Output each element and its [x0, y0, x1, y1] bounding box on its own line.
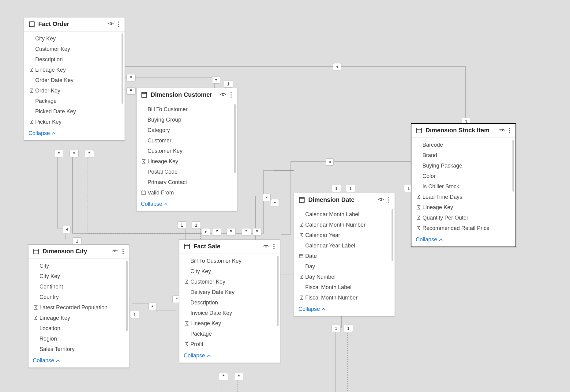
visibility-icon[interactable]	[377, 198, 384, 202]
field-row[interactable]: Continent	[28, 281, 129, 292]
more-options-icon[interactable]	[230, 92, 233, 98]
field-row[interactable]: Barcode	[411, 140, 516, 150]
field-row[interactable]: Lineage Key	[28, 313, 129, 323]
more-options-icon[interactable]	[508, 127, 511, 134]
field-row[interactable]: Package	[24, 96, 125, 106]
collapse-button[interactable]: Collapse	[33, 357, 60, 364]
table-header[interactable]: Dimension City	[28, 245, 129, 259]
table-header[interactable]: Fact Order	[24, 17, 125, 32]
field-row[interactable]: Sales Territory	[28, 344, 129, 354]
table-header[interactable]: Dimension Date	[294, 193, 395, 207]
field-row[interactable]: Color	[411, 171, 516, 181]
visibility-icon[interactable]	[498, 128, 505, 133]
field-row[interactable]: Latest Recorded Population	[28, 302, 129, 313]
svg-point-43	[273, 248, 275, 249]
field-row[interactable]: Order Date Key	[24, 75, 125, 85]
field-row[interactable]: Valid From	[137, 187, 237, 198]
field-row[interactable]: Buying Package	[411, 160, 516, 171]
field-row[interactable]: Buying Group	[137, 115, 237, 125]
field-row[interactable]: City Key	[24, 33, 125, 44]
field-row[interactable]: Calendar Month Label	[294, 209, 395, 220]
visibility-icon[interactable]	[107, 22, 114, 27]
sum-icon	[140, 159, 148, 164]
field-name: Calendar Month Label	[305, 211, 359, 218]
field-row[interactable]: Fiscal Month Number	[294, 292, 395, 303]
filter-direction-icon	[271, 199, 279, 206]
filter-direction-icon	[148, 303, 156, 310]
field-row[interactable]: Invoice Date Key	[179, 308, 280, 318]
field-row[interactable]: Bill To Customer	[137, 104, 237, 115]
table-dimension-date[interactable]: Dimension Date Calendar Month LabelCalen…	[294, 193, 395, 316]
collapse-button[interactable]: Collapse	[141, 201, 168, 207]
field-row[interactable]: Order Key	[24, 85, 125, 96]
collapse-button[interactable]: Collapse	[28, 130, 55, 137]
field-row[interactable]: Bill To Customer Key	[179, 256, 280, 266]
field-row[interactable]: Customer Key	[24, 44, 125, 54]
more-options-icon[interactable]	[387, 197, 390, 203]
field-row[interactable]: Lineage Key	[411, 202, 516, 213]
collapse-button[interactable]: Collapse	[416, 236, 443, 243]
field-row[interactable]: Lineage Key	[179, 318, 280, 329]
table-header[interactable]: Fact Sale	[179, 240, 280, 254]
field-row[interactable]: Lead Time Days	[411, 192, 516, 202]
visibility-icon[interactable]	[112, 249, 118, 254]
field-name: Delivery Date Key	[190, 289, 234, 296]
field-row[interactable]: Picker Key	[24, 117, 125, 127]
table-dimension-city[interactable]: Dimension City CityCity KeyContinentCoun…	[28, 244, 129, 368]
field-row[interactable]: Calendar Year	[294, 230, 395, 240]
more-options-icon[interactable]	[122, 248, 125, 254]
field-row[interactable]: Customer Key	[179, 277, 280, 287]
field-name: Calendar Year	[305, 232, 340, 239]
field-row[interactable]: Profit	[179, 339, 280, 349]
table-dimension-stock-item[interactable]: Dimension Stock Item BarcodeBrandBuying …	[411, 123, 516, 247]
field-row[interactable]: City Key	[28, 271, 129, 281]
collapse-button[interactable]: Collapse	[298, 306, 325, 312]
field-row[interactable]: Primary Contact	[137, 177, 237, 187]
field-row[interactable]: Calendar Year Label	[294, 240, 395, 251]
field-row[interactable]: Recommended Retail Price	[411, 223, 516, 233]
field-row[interactable]: Is Chiller Stock	[411, 181, 516, 192]
table-header[interactable]: Dimension Stock Item	[411, 124, 516, 138]
field-row[interactable]: Day Number	[294, 272, 395, 282]
field-row[interactable]: Description	[24, 54, 125, 65]
field-row[interactable]: Country	[28, 292, 129, 302]
field-name: City	[39, 263, 49, 269]
table-dimension-customer[interactable]: Dimension Customer Bill To CustomerBuyin…	[136, 88, 237, 211]
field-row[interactable]: Description	[179, 297, 280, 308]
field-row[interactable]: Category	[137, 125, 237, 135]
sum-icon	[414, 215, 422, 220]
table-fact-sale[interactable]: Fact Sale Bill To Customer KeyCity KeyCu…	[179, 239, 280, 363]
field-row[interactable]: Package	[179, 329, 280, 339]
field-row[interactable]: Calendar Month Number	[294, 220, 395, 230]
table-fact-order[interactable]: Fact Order City KeyCustomer KeyDescripti…	[24, 17, 125, 141]
visibility-icon[interactable]	[263, 244, 269, 249]
field-row[interactable]: Postal Code	[137, 167, 237, 177]
field-row[interactable]: Date	[294, 251, 395, 261]
field-row[interactable]: Brand	[411, 150, 516, 160]
field-row[interactable]: Day	[294, 261, 395, 272]
table-header[interactable]: Dimension Customer	[137, 88, 237, 102]
field-row[interactable]: Location	[28, 323, 129, 334]
field-row[interactable]: Customer Key	[137, 146, 237, 156]
field-row[interactable]: City	[28, 261, 129, 271]
field-row[interactable]: Quantity Per Outer	[411, 213, 516, 223]
field-row[interactable]: Region	[28, 334, 129, 344]
field-row[interactable]: Lineage Key	[137, 156, 237, 167]
field-row[interactable]: Picked Date Key	[24, 106, 125, 117]
field-name: Lineage Key	[190, 320, 221, 327]
field-row[interactable]: Delivery Date Key	[179, 287, 280, 297]
svg-point-18	[501, 129, 503, 131]
cardinality-one: 1	[224, 80, 233, 88]
date-icon	[140, 190, 148, 195]
filter-direction-icon	[202, 228, 210, 236]
collapse-button[interactable]: Collapse	[184, 352, 211, 359]
more-options-icon[interactable]	[117, 21, 120, 27]
field-row[interactable]: Lineage Key	[24, 65, 125, 75]
table-title: Dimension Date	[308, 196, 377, 203]
more-options-icon[interactable]	[272, 243, 276, 250]
field-row[interactable]: Customer	[137, 135, 237, 146]
field-row[interactable]: City Key	[179, 266, 280, 277]
visibility-icon[interactable]	[220, 92, 227, 97]
field-row[interactable]: Fiscal Month Label	[294, 282, 395, 292]
sum-icon	[414, 194, 422, 199]
